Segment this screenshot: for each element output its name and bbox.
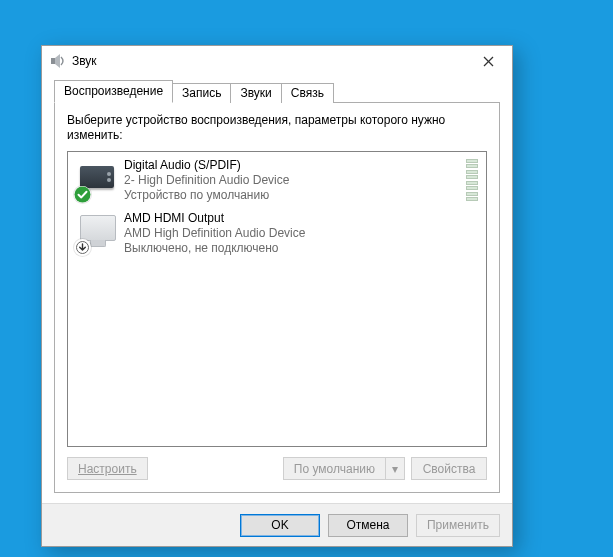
sound-dialog: Звук Воспроизведение Запись Звуки Связь … <box>41 45 513 547</box>
svg-point-4 <box>75 187 91 203</box>
close-button[interactable] <box>468 47 508 75</box>
set-default-button[interactable]: По умолчанию <box>283 457 386 480</box>
monitor-device-icon <box>76 211 120 255</box>
chevron-down-icon: ▾ <box>392 462 398 476</box>
device-text: Digital Audio (S/PDIF) 2- High Definitio… <box>124 158 460 203</box>
apply-button[interactable]: Применить <box>416 514 500 537</box>
tab-buttons: Настроить По умолчанию ▾ Свойства <box>67 457 487 480</box>
svg-marker-1 <box>55 54 60 68</box>
tab-label: Воспроизведение <box>64 84 163 98</box>
dialog-buttons: OK Отмена Применить <box>42 503 512 546</box>
device-status: Устройство по умолчанию <box>124 188 460 203</box>
svg-rect-0 <box>51 58 55 64</box>
device-text: AMD HDMI Output AMD High Definition Audi… <box>124 211 478 256</box>
set-default-split-button[interactable]: По умолчанию ▾ <box>283 457 405 480</box>
tab-label: Связь <box>291 86 324 100</box>
client-area: Воспроизведение Запись Звуки Связь Выбер… <box>42 76 512 503</box>
configure-button[interactable]: Настроить <box>67 457 148 480</box>
button-label: Применить <box>427 518 489 532</box>
level-meter <box>466 158 478 202</box>
device-row[interactable]: AMD HDMI Output AMD High Definition Audi… <box>70 207 484 260</box>
tab-sounds[interactable]: Звуки <box>230 83 281 103</box>
device-subtitle: AMD High Definition Audio Device <box>124 226 478 241</box>
spdif-device-icon <box>76 158 120 202</box>
tab-label: Запись <box>182 86 221 100</box>
sound-icon <box>50 53 66 69</box>
device-name: AMD HDMI Output <box>124 211 478 226</box>
device-status: Выключено, не подключено <box>124 241 478 256</box>
button-label: По умолчанию <box>294 462 375 476</box>
button-label: Отмена <box>346 518 389 532</box>
tab-label: Звуки <box>240 86 271 100</box>
tab-page-playback: Выберите устройство воспроизведения, пар… <box>54 102 500 493</box>
device-list[interactable]: Digital Audio (S/PDIF) 2- High Definitio… <box>67 151 487 447</box>
cancel-button[interactable]: Отмена <box>328 514 408 537</box>
window-title: Звук <box>72 54 97 68</box>
device-name: Digital Audio (S/PDIF) <box>124 158 460 173</box>
device-row[interactable]: Digital Audio (S/PDIF) 2- High Definitio… <box>70 154 484 207</box>
tab-comm[interactable]: Связь <box>281 83 334 103</box>
tab-recording[interactable]: Запись <box>172 83 231 103</box>
default-check-icon <box>74 186 91 203</box>
tab-strip: Воспроизведение Запись Звуки Связь <box>54 80 500 102</box>
title-bar: Звук <box>42 46 512 76</box>
button-label: Настроить <box>78 462 137 476</box>
disabled-down-icon <box>74 239 91 256</box>
button-label: OK <box>271 518 288 532</box>
properties-button[interactable]: Свойства <box>411 457 487 480</box>
ok-button[interactable]: OK <box>240 514 320 537</box>
close-icon <box>483 56 494 67</box>
button-label: Свойства <box>423 462 476 476</box>
device-subtitle: 2- High Definition Audio Device <box>124 173 460 188</box>
set-default-dropdown[interactable]: ▾ <box>386 457 405 480</box>
instruction-text: Выберите устройство воспроизведения, пар… <box>67 113 487 143</box>
tab-playback[interactable]: Воспроизведение <box>54 80 173 103</box>
